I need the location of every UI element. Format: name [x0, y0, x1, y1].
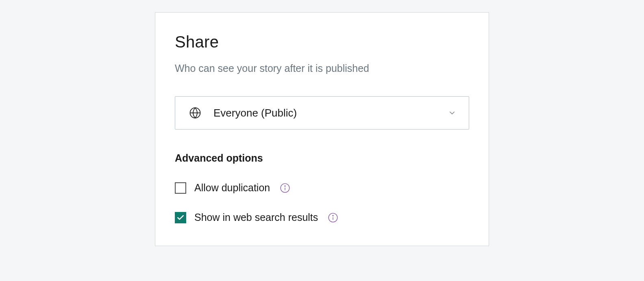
share-subtitle: Who can see your story after it is publi… — [175, 63, 469, 74]
svg-point-6 — [333, 215, 333, 216]
info-icon[interactable] — [328, 212, 338, 223]
visibility-dropdown[interactable]: Everyone (Public) — [175, 96, 469, 130]
allow-duplication-checkbox[interactable] — [175, 182, 186, 194]
show-in-search-checkbox[interactable] — [175, 212, 186, 223]
svg-point-3 — [285, 186, 285, 186]
visibility-selected-label: Everyone (Public) — [213, 107, 448, 119]
allow-duplication-row: Allow duplication — [175, 182, 469, 194]
share-panel: Share Who can see your story after it is… — [155, 12, 489, 246]
info-icon[interactable] — [280, 183, 290, 193]
chevron-down-icon — [448, 108, 457, 117]
share-title: Share — [175, 33, 469, 51]
show-in-search-row: Show in web search results — [175, 212, 469, 223]
globe-icon — [189, 107, 201, 119]
allow-duplication-label: Allow duplication — [194, 182, 270, 194]
show-in-search-label: Show in web search results — [194, 212, 318, 223]
advanced-options-heading: Advanced options — [175, 152, 469, 164]
